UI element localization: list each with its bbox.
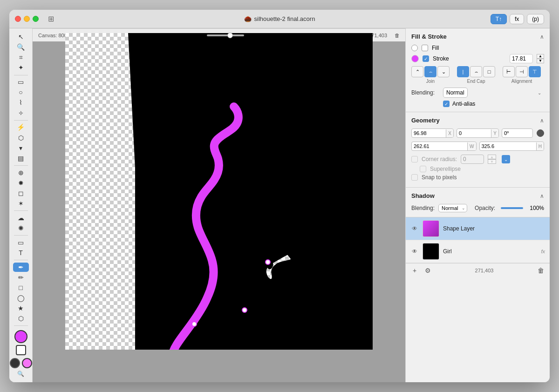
lasso-tool[interactable]: ⌇ (13, 98, 29, 107)
add-layer-button[interactable]: + (409, 265, 420, 276)
crop-tool[interactable]: ⌗ (13, 53, 29, 62)
toolbar-separator-1 (14, 75, 28, 75)
canvas-wrapper (33, 33, 405, 368)
fill-stroke-collapse[interactable]: ∧ (540, 34, 544, 40)
layers-section: 👁 Shape Layer 👁 Girl fx (406, 217, 550, 382)
paint-bucket-tool[interactable]: ▾ (13, 143, 29, 153)
rect-vector-tool[interactable]: □ (13, 283, 29, 292)
canvas-content (65, 33, 373, 350)
end-cap-group: | ⌢ □ End Cap (457, 66, 495, 84)
color-swatches (14, 330, 27, 355)
stroke-row: ✓ Stroke ▲ ▼ (411, 54, 544, 63)
ellipse-vector-tool[interactable]: ◯ (13, 293, 29, 303)
color-range-tool[interactable]: ⬡ (13, 133, 29, 142)
arrow-tool[interactable]: ↖ (13, 32, 29, 41)
join-buttons: ⌃ ⌢ ⌄ (411, 66, 450, 77)
stroke-checkbox[interactable]: ✓ (423, 55, 429, 62)
w-input-group: W (411, 142, 477, 151)
zoom-tool[interactable]: 🔍 (13, 42, 29, 52)
join-round-btn[interactable]: ⌢ (424, 66, 436, 77)
close-button[interactable] (15, 16, 21, 22)
fill-color-swatch[interactable] (16, 345, 26, 355)
end-cap-butt-btn[interactable]: | (457, 66, 469, 77)
shadow-collapse[interactable]: ∧ (540, 193, 544, 199)
magic-wand-tool[interactable]: ⚡ (13, 122, 29, 132)
stroke-increment[interactable]: ▲ (537, 54, 544, 59)
transform-tool[interactable]: ✦ (13, 63, 29, 72)
magic-lasso-tool[interactable]: ✧ (13, 108, 29, 118)
layer-visibility-girl[interactable]: 👁 (410, 247, 419, 256)
eyedropper-tool[interactable]: 🔍 (13, 369, 29, 378)
angle-input[interactable] (502, 129, 532, 137)
corner-radius-label: Corner radius: (422, 156, 457, 162)
fill-checkbox[interactable] (422, 45, 428, 51)
layer-item-shape[interactable]: 👁 Shape Layer (406, 217, 550, 240)
stroke-color-swatch[interactable] (14, 330, 27, 343)
toolbar-separator-3 (14, 165, 28, 166)
end-cap-square-btn[interactable]: □ (483, 66, 495, 77)
snap-to-pixels-row: Snap to pixels (411, 174, 544, 181)
fx-panel-button[interactable]: fx (510, 14, 524, 24)
layers-panel-button[interactable]: T↑ (491, 14, 507, 24)
anti-alias-label: Anti-alias (452, 101, 475, 107)
star-tool[interactable]: ★ (13, 304, 29, 313)
stamp-tool[interactable]: ⊕ (13, 168, 29, 177)
main-content: ↖ 🔍 ⌗ ✦ ▭ ○ ⌇ ✧ ⚡ ⬡ ▾ ▤ ⊕ ✸ ◻ ✶ ☁ ✺ ▭ T (9, 28, 550, 382)
align-center-btn[interactable]: ⊣ (516, 66, 528, 77)
fill-radio[interactable] (411, 45, 418, 51)
left-toolbar: ↖ 🔍 ⌗ ✦ ▭ ○ ⌇ ✧ ⚡ ⬡ ▾ ▤ ⊕ ✸ ◻ ✶ ☁ ✺ ▭ T (9, 28, 33, 382)
end-cap-buttons: | ⌢ □ (457, 66, 495, 77)
minimize-button[interactable] (24, 16, 30, 22)
main-window: ⊞ 🌰 silhouette-2 final.acorn T↑ fx (p) ↖… (9, 10, 550, 382)
shadow-blending-select[interactable]: Normal (438, 204, 467, 212)
align-outer-btn[interactable]: ⊤ (529, 66, 541, 77)
smudge-tool[interactable]: ✶ (13, 199, 29, 208)
stroke-stepper: ▲ ▼ (537, 54, 544, 63)
text-tool[interactable]: T (13, 248, 29, 257)
rotation-handle[interactable] (537, 129, 544, 137)
canvas-area[interactable]: Canvas: 800 × 814 px − 154% + + ⚙ 271,40… (33, 28, 405, 382)
superellipse-label: Superellipse (430, 166, 461, 172)
gradient-tool[interactable]: ▤ (13, 154, 29, 163)
stroke-value-input[interactable] (510, 54, 533, 63)
delete-layer-button[interactable]: 🗑 (536, 265, 546, 276)
layer-settings-button[interactable]: ⚙ (423, 265, 433, 276)
brightness-tool[interactable]: ✺ (13, 223, 29, 233)
rect-shape-tool[interactable]: ▭ (13, 238, 29, 247)
h-input[interactable] (480, 142, 536, 150)
superellipse-row: Superellipse (420, 166, 544, 172)
align-inner-btn[interactable]: ⊢ (503, 66, 515, 77)
alignment-group: ⊢ ⊣ ⊤ Alignment (503, 66, 541, 84)
sidebar-toggle-button[interactable]: ⊞ (46, 14, 55, 24)
polygon-tool[interactable]: ⬡ (13, 314, 29, 323)
mode-normal[interactable] (10, 358, 20, 368)
maximize-button[interactable] (33, 16, 39, 22)
x-input[interactable] (412, 129, 446, 137)
cloud-tool[interactable]: ☁ (13, 213, 29, 223)
heal-tool[interactable]: ✸ (13, 178, 29, 188)
marquee-ellipse-tool[interactable]: ○ (13, 88, 29, 97)
stroke-color-dot[interactable] (411, 55, 419, 62)
zoom-slider[interactable] (207, 34, 244, 36)
marquee-rect-tool[interactable]: ▭ (13, 77, 29, 87)
anti-alias-checkbox[interactable]: ✓ (443, 101, 450, 107)
join-miter-btn[interactable]: ⌃ (411, 66, 423, 77)
pencil-tool[interactable]: ✏ (13, 273, 29, 282)
y-input[interactable] (457, 129, 491, 137)
mode-alternate[interactable] (22, 358, 32, 368)
stroke-decrement[interactable]: ▼ (537, 59, 544, 63)
corner-radius-stepper-btn[interactable]: ⌄ (502, 155, 510, 163)
geometry-collapse[interactable]: ∧ (540, 117, 544, 124)
w-input[interactable] (412, 142, 467, 150)
pen-tool[interactable]: ✒ (13, 263, 29, 272)
opacity-slider[interactable] (501, 207, 523, 209)
layer-visibility-shape[interactable]: 👁 (410, 224, 419, 233)
eraser-tool[interactable]: ◻ (13, 189, 29, 198)
blending-select[interactable]: Normal (443, 88, 468, 98)
join-bevel-btn[interactable]: ⌄ (437, 66, 450, 77)
layer-item-girl[interactable]: 👁 Girl fx (406, 240, 550, 263)
titlebar-actions: T↑ fx (p) (491, 14, 544, 24)
end-cap-round-btn[interactable]: ⌢ (470, 66, 482, 77)
layer-fx-badge: fx (541, 249, 545, 254)
p-panel-button[interactable]: (p) (527, 14, 544, 24)
